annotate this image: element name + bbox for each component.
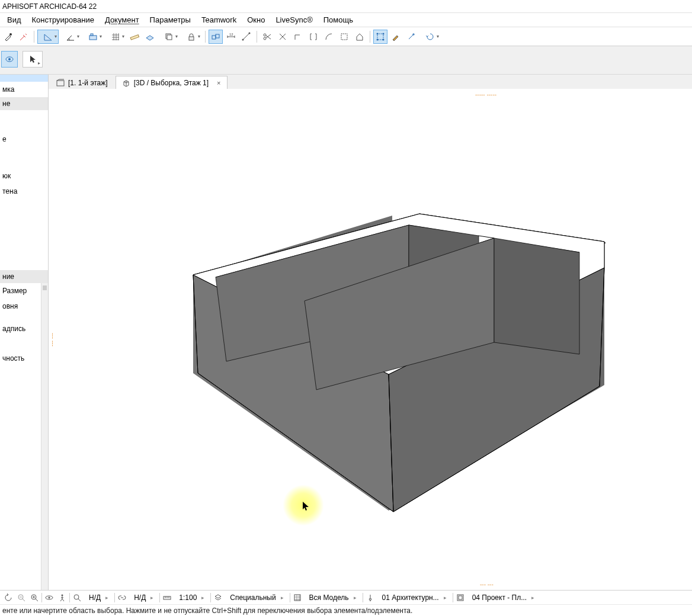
toolbox-item[interactable]: [0, 154, 48, 161]
penset-value: 01 Архитектурн...: [382, 593, 439, 602]
hint-bar: енте или начертите область выбора. Нажми…: [0, 604, 692, 616]
model-filter-icon[interactable]: [291, 592, 303, 604]
menu-help[interactable]: Помощь: [319, 14, 358, 25]
svg-line-57: [36, 599, 38, 601]
svg-line-64: [78, 599, 81, 601]
toolbox-item[interactable]: е: [0, 131, 48, 147]
coord-readout-1[interactable]: Н/Д▸: [84, 591, 113, 604]
toolbox-item[interactable]: [0, 161, 48, 168]
pointer-icon[interactable]: [23, 51, 43, 68]
svg-point-17: [383, 33, 385, 34]
menu-window[interactable]: Окно: [242, 14, 270, 25]
3d-viewport[interactable]: ----- ----- --- --- --- ---: [49, 89, 692, 590]
grid-tool-icon[interactable]: [105, 30, 126, 44]
model-selector[interactable]: Вся Модель▸: [305, 591, 361, 604]
measure-icon[interactable]: [239, 30, 254, 44]
house-icon[interactable]: [353, 30, 367, 44]
toolbox-panel: мка не е юк тена ние Размер овня адпись …: [0, 75, 49, 590]
svg-point-63: [74, 595, 79, 599]
coord-readout-2[interactable]: Н/Д▸: [129, 591, 158, 604]
box-select-icon[interactable]: [373, 30, 387, 44]
menu-livesync[interactable]: LiveSync®: [271, 14, 317, 25]
svg-rect-7: [212, 36, 216, 39]
toolbox-item[interactable]: [0, 110, 48, 117]
eyedropper-icon[interactable]: [1, 30, 15, 44]
svg-rect-8: [216, 34, 219, 38]
scissors-icon[interactable]: [260, 30, 274, 44]
title-bar: APHISOFT ARCHICAD-64 22: [0, 0, 692, 13]
toolbox-section-header[interactable]: не: [0, 97, 48, 110]
link-icon[interactable]: [116, 592, 128, 604]
ruler-icon[interactable]: [127, 30, 142, 44]
angle-tool-icon[interactable]: [60, 30, 81, 44]
orbit-icon[interactable]: [43, 592, 55, 604]
menu-teamwork[interactable]: Teamwork: [197, 14, 241, 25]
tab-floorplan[interactable]: [1. 1-й этаж]: [50, 76, 114, 89]
toolbox-item[interactable]: [0, 75, 48, 82]
svg-point-11: [249, 32, 251, 34]
sub-toolbar: [0, 46, 692, 75]
scale-selector[interactable]: 1:100▸: [174, 591, 209, 604]
menu-construct[interactable]: Конструирование: [27, 14, 99, 25]
svg-rect-4: [166, 34, 171, 38]
zoom-fit-icon[interactable]: [71, 592, 83, 604]
menu-view[interactable]: Вид: [2, 14, 26, 25]
toolbox-item[interactable]: юк: [0, 168, 48, 184]
svg-rect-2: [91, 34, 93, 36]
svg-rect-15: [377, 34, 383, 40]
rotate-icon[interactable]: [419, 30, 441, 44]
toolbox-section-header[interactable]: ние: [0, 270, 48, 283]
toolbox-item[interactable]: [0, 147, 48, 154]
select-frame-icon[interactable]: [337, 30, 351, 44]
viewset-value: 04 Проект - Пл...: [472, 593, 527, 602]
svg-rect-14: [341, 34, 347, 40]
viewset-selector[interactable]: 04 Проект - Пл...▸: [467, 591, 540, 604]
penset-icon[interactable]: [364, 592, 376, 604]
syringe-icon[interactable]: [17, 30, 31, 44]
penset-selector[interactable]: 01 Архитектурн...▸: [377, 591, 451, 604]
layers-icon[interactable]: [158, 30, 180, 44]
snap-object-icon[interactable]: [209, 30, 223, 44]
scale-icon[interactable]: [161, 592, 173, 604]
corner-icon[interactable]: [291, 30, 305, 44]
app-title: APHISOFT ARCHICAD-64 22: [2, 2, 97, 11]
svg-rect-5: [167, 35, 172, 40]
undo-icon[interactable]: [2, 592, 14, 604]
svg-marker-51: [494, 238, 579, 354]
plane-icon[interactable]: [143, 30, 157, 44]
lock-icon[interactable]: [181, 30, 202, 44]
svg-point-16: [377, 33, 379, 34]
close-tab-icon[interactable]: ×: [217, 79, 220, 86]
svg-point-0: [9, 33, 12, 36]
arc-icon[interactable]: [322, 30, 336, 44]
toolbox-item[interactable]: [0, 117, 48, 124]
adjust-icon[interactable]: [275, 30, 290, 44]
walk-icon[interactable]: [56, 592, 68, 604]
brush-icon[interactable]: [389, 30, 403, 44]
svg-rect-6: [189, 37, 194, 40]
triangle-tool-icon[interactable]: [37, 30, 59, 44]
zoom-in-icon[interactable]: [28, 592, 40, 604]
zoom-out-icon[interactable]: [15, 592, 27, 604]
svg-rect-22: [57, 81, 64, 86]
svg-point-13: [264, 37, 266, 40]
dimension-icon[interactable]: 12: [224, 30, 238, 44]
menu-parameters[interactable]: Параметры: [145, 14, 196, 25]
view-eye-icon[interactable]: [1, 51, 18, 68]
toolbox-item[interactable]: [0, 124, 48, 131]
menu-document[interactable]: Документ: [100, 14, 144, 25]
hint-text: енте или начертите область выбора. Нажми…: [2, 607, 412, 615]
layerset-selector[interactable]: Специальный▸: [225, 591, 288, 604]
viewset-icon[interactable]: [454, 592, 466, 604]
bracket-icon[interactable]: [306, 30, 321, 44]
quick-options-bar: Н/Д▸ Н/Д▸ 1:100▸ Специальный▸ Вся Модель…: [0, 590, 692, 604]
tab-3d[interactable]: [3D / Выборка, Этаж 1] ×: [116, 76, 228, 89]
toolbox-scrollbar[interactable]: [41, 283, 48, 590]
magic-icon[interactable]: [404, 30, 418, 44]
floor-tool-icon[interactable]: [82, 30, 104, 44]
svg-point-12: [264, 34, 266, 36]
toolbox-item[interactable]: тена: [0, 184, 48, 199]
cube-tab-icon: [122, 79, 130, 87]
toolbox-item[interactable]: мка: [0, 82, 48, 97]
layerset-icon[interactable]: [212, 592, 224, 604]
